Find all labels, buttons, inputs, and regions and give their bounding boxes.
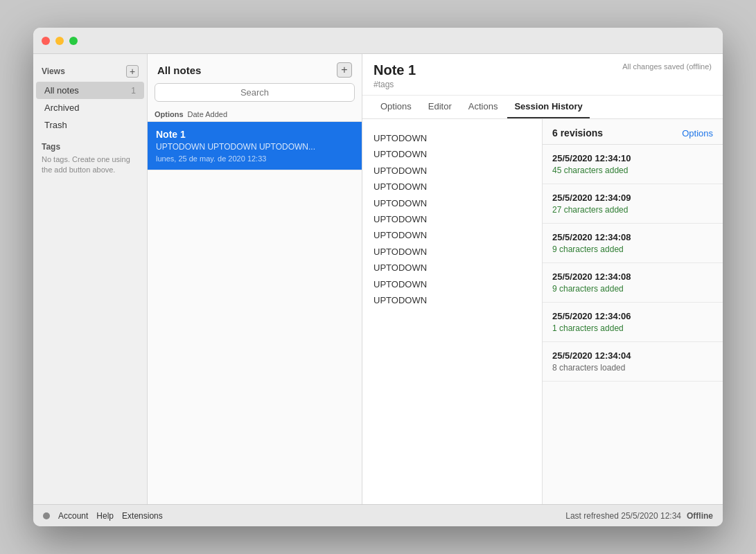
note-editor-header: Note 1 #tags All changes saved (offline) <box>362 54 723 96</box>
last-refreshed-status: Last refreshed 25/5/2020 12:34 <box>565 511 681 521</box>
add-note-button[interactable]: + <box>337 62 352 78</box>
note-line: UPTODOWN <box>373 163 531 179</box>
titlebar <box>33 28 723 54</box>
notes-list-title: All notes <box>157 64 201 76</box>
notes-list: Note 1 UPTODOWN UPTODOWN UPTODOWN... lun… <box>148 122 362 504</box>
add-view-button[interactable]: + <box>126 65 139 78</box>
main-content: Views + All notes 1 Archived Trash Tags … <box>33 54 723 504</box>
notes-list-header: All notes + <box>148 54 362 83</box>
search-bar <box>155 83 355 102</box>
traffic-lights <box>42 37 78 45</box>
note-item-preview: UPTODOWN UPTODOWN UPTODOWN... <box>156 142 353 152</box>
history-item[interactable]: 25/5/2020 12:34:08 9 characters added <box>543 224 723 263</box>
app-window: Views + All notes 1 Archived Trash Tags … <box>33 28 723 526</box>
sidebar: Views + All notes 1 Archived Trash Tags … <box>33 54 148 504</box>
tags-empty-message: No tags. Create one using the add button… <box>42 154 139 176</box>
session-history-content: UPTODOWN UPTODOWN UPTODOWN UPTODOWN UPTO… <box>362 119 723 504</box>
search-input[interactable] <box>155 83 355 102</box>
note-line: UPTODOWN <box>373 227 531 243</box>
notes-sort-bar: Options Date Added <box>148 107 362 122</box>
tab-session-history[interactable]: Session History <box>507 96 589 118</box>
note-line: UPTODOWN <box>373 146 531 162</box>
history-item[interactable]: 25/5/2020 12:34:10 45 characters added <box>543 145 723 184</box>
sort-options-label: Options <box>155 110 184 118</box>
minimize-button[interactable] <box>55 37 64 45</box>
note-title-area: Note 1 #tags <box>373 62 622 89</box>
history-item[interactable]: 25/5/2020 12:34:08 9 characters added <box>543 263 723 303</box>
history-count: 6 revisions <box>552 127 603 138</box>
bottom-bar-left: Account Help Extensions <box>43 511 163 521</box>
note-line: UPTODOWN <box>373 276 531 292</box>
sidebar-item-label: All notes <box>44 85 79 96</box>
note-title: Note 1 <box>373 62 622 78</box>
history-item-desc: 9 characters added <box>552 244 713 254</box>
history-panel: 6 revisions Options 25/5/2020 12:34:10 4… <box>543 119 723 504</box>
history-item-date: 25/5/2020 12:34:06 <box>552 311 713 321</box>
sidebar-item-all-notes[interactable]: All notes 1 <box>36 82 144 99</box>
sort-value: Date Added <box>188 110 228 118</box>
history-options-link[interactable]: Options <box>682 128 713 138</box>
history-item-date: 25/5/2020 12:34:10 <box>552 153 713 163</box>
history-item-date: 25/5/2020 12:34:08 <box>552 271 713 282</box>
note-editor-panel: Note 1 #tags All changes saved (offline)… <box>362 54 723 504</box>
note-item-date: lunes, 25 de may. de 2020 12:33 <box>156 154 353 163</box>
offline-badge: Offline <box>687 511 713 521</box>
notes-list-panel: All notes + Options Date Added Note 1 UP… <box>148 54 362 504</box>
sidebar-item-trash[interactable]: Trash <box>36 116 144 134</box>
note-line: UPTODOWN <box>373 244 531 260</box>
note-line: UPTODOWN <box>373 195 531 211</box>
bottom-bar-right: Last refreshed 25/5/2020 12:34 Offline <box>565 511 713 521</box>
sidebar-item-label: Trash <box>44 120 67 130</box>
note-line: UPTODOWN <box>373 260 531 276</box>
note-tags: #tags <box>373 80 622 89</box>
history-item[interactable]: 25/5/2020 12:34:04 8 characters loaded <box>543 342 723 382</box>
note-line: UPTODOWN <box>373 179 531 195</box>
views-section-header: Views + <box>33 62 147 82</box>
extensions-link[interactable]: Extensions <box>122 511 163 521</box>
history-item[interactable]: 25/5/2020 12:34:09 27 characters added <box>543 184 723 224</box>
tab-options[interactable]: Options <box>373 96 419 118</box>
tags-section: Tags No tags. Create one using the add b… <box>33 142 147 176</box>
sidebar-item-label: Archived <box>44 102 80 113</box>
tab-actions[interactable]: Actions <box>461 96 505 118</box>
tab-editor[interactable]: Editor <box>421 96 459 118</box>
close-button[interactable] <box>42 37 50 45</box>
history-item[interactable]: 25/5/2020 12:34:06 1 characters added <box>543 303 723 342</box>
sidebar-item-archived[interactable]: Archived <box>36 99 144 116</box>
note-line: UPTODOWN <box>373 211 531 227</box>
maximize-button[interactable] <box>69 37 78 45</box>
history-item-date: 25/5/2020 12:34:09 <box>552 193 713 203</box>
note-line: UPTODOWN <box>373 292 531 308</box>
history-item-desc: 8 characters loaded <box>552 363 713 373</box>
history-item-desc: 1 characters added <box>552 323 713 333</box>
note-status: All changes saved (offline) <box>622 62 712 71</box>
help-link[interactable]: Help <box>96 511 114 521</box>
note-item[interactable]: Note 1 UPTODOWN UPTODOWN UPTODOWN... lun… <box>148 122 362 170</box>
views-label: Views <box>42 66 65 76</box>
bottom-bar: Account Help Extensions Last refreshed 2… <box>33 504 723 526</box>
history-item-date: 25/5/2020 12:34:04 <box>552 350 713 361</box>
history-item-desc: 45 characters added <box>552 166 713 175</box>
tags-label: Tags <box>42 142 139 152</box>
note-body: UPTODOWN UPTODOWN UPTODOWN UPTODOWN UPTO… <box>362 119 543 504</box>
history-item-desc: 9 characters added <box>552 284 713 294</box>
account-link[interactable]: Account <box>58 511 88 521</box>
note-item-title: Note 1 <box>156 129 353 140</box>
history-item-desc: 27 characters added <box>552 205 713 215</box>
editor-tabs: Options Editor Actions Session History <box>362 96 723 119</box>
history-panel-header: 6 revisions Options <box>543 119 723 145</box>
history-item-date: 25/5/2020 12:34:08 <box>552 232 713 242</box>
sidebar-item-count: 1 <box>131 86 136 96</box>
account-status-dot <box>43 512 50 519</box>
note-line: UPTODOWN <box>373 130 531 146</box>
